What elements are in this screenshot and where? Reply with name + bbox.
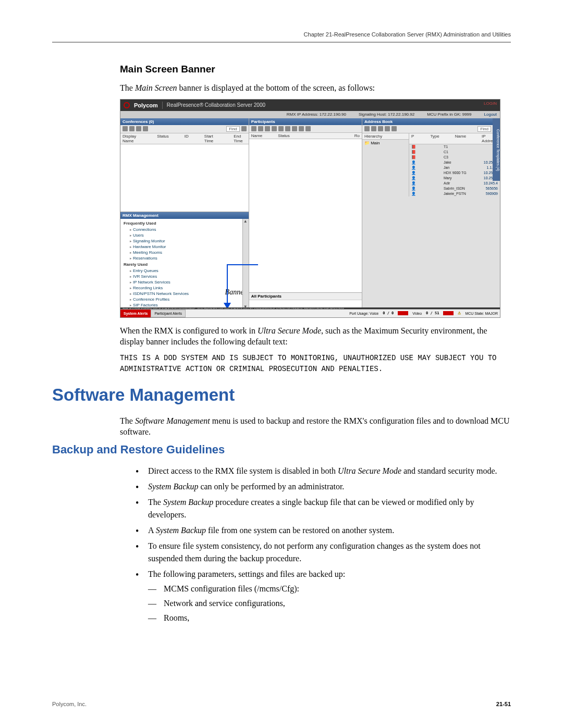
conferences-toolbar: Find (120, 125, 249, 133)
addressbook-row[interactable]: 👤Jake10.253.2 (409, 160, 500, 165)
col[interactable]: Name (455, 134, 466, 143)
toolbar-icon[interactable] (278, 126, 284, 131)
section-main-screen-banner: Main Screen Banner (120, 64, 511, 75)
toolbar-icon[interactable] (285, 126, 290, 131)
mcu-prefix-label: MCU Prefix in GK: 9999 (427, 112, 471, 117)
mgmt-item[interactable]: Reservations (120, 255, 249, 261)
port-voice-value: 0 / 0 (383, 311, 394, 315)
heading-software-management: Software Management (52, 385, 511, 405)
mgmt-item[interactable]: Signaling Monitor (120, 238, 249, 244)
guidelines-list: Direct access to the RMX file system is … (136, 465, 511, 624)
conf-columns: Display Name Status ID Start Time End Ti… (120, 133, 249, 144)
mgmt-item[interactable]: Users (120, 232, 249, 238)
divider (162, 102, 163, 109)
toolbar-icon[interactable] (299, 126, 304, 131)
addressbook-row[interactable]: 👤Mary10.253.2 (409, 176, 500, 181)
banner-arrow-annotation (209, 264, 246, 311)
search-icon[interactable] (241, 126, 247, 131)
col[interactable]: Status (157, 134, 169, 143)
hierarchy-columns: Hierarchy (362, 133, 409, 140)
logout-link[interactable]: Logout (484, 112, 497, 117)
toolbar-icon[interactable] (364, 126, 370, 131)
text-italic: Main Screen (135, 83, 177, 92)
text-italic: Software Management (135, 416, 210, 425)
text-italic: Ultra Secure Mode (258, 326, 321, 335)
find-input[interactable]: Find (478, 126, 491, 132)
addressbook-row[interactable]: 👤Jan1.1.1.1 (409, 165, 500, 170)
toolbar-icon[interactable] (258, 126, 263, 131)
toolbar-icon[interactable] (371, 126, 376, 131)
col[interactable]: Display Name (123, 134, 141, 143)
col[interactable]: End Time (234, 134, 247, 143)
list-item: To ensure file system consistency, do no… (136, 540, 511, 565)
system-alerts-tab[interactable]: System Alerts (120, 310, 151, 317)
toolbar-icon[interactable] (143, 126, 148, 131)
toolbar-icon[interactable] (305, 126, 311, 131)
mgmt-item[interactable]: Connections (120, 227, 249, 232)
participants-pane-header: Participants (249, 118, 362, 125)
text: The (120, 416, 135, 425)
label: Rarely Used (124, 262, 148, 267)
hierarchy-root[interactable]: 📁 Main (362, 140, 409, 146)
col[interactable]: Ro (354, 133, 360, 138)
list-item: Network and service configurations, (148, 597, 511, 610)
paragraph: The Software Management menu is used to … (120, 415, 511, 438)
monospace-default-text: THIS IS A DOD SYSTEM AND IS SUBJECT TO M… (120, 353, 511, 375)
list-item: The System Backup procedure creates a si… (136, 496, 511, 521)
col[interactable]: P (411, 134, 414, 143)
chapter-header: Chapter 21-RealPresence Collaboration Se… (52, 31, 511, 43)
col[interactable]: Type (430, 134, 439, 143)
label: Frequently Used (124, 221, 156, 226)
mgmt-item[interactable]: Hardware Monitor (120, 244, 249, 250)
toolbar-icon[interactable] (265, 126, 270, 131)
col[interactable]: Start Time (204, 134, 218, 143)
col[interactable]: Name (251, 133, 262, 138)
col[interactable]: Status (278, 133, 290, 138)
port-video-value: 0 / 51 (426, 311, 439, 315)
addressbook-row[interactable]: 📕C1 (409, 150, 500, 155)
toolbar-icon[interactable] (385, 126, 390, 131)
paragraph: When the RMX is configured to work in Ul… (120, 325, 511, 348)
toolbar-icon[interactable] (378, 126, 383, 131)
toolbar-icon[interactable] (391, 126, 397, 131)
app-screenshot: Polycom RealPresence® Collaboration Serv… (120, 99, 500, 318)
intro-paragraph: The Main Screen banner is displayed at t… (120, 82, 511, 94)
participant-alerts-tab[interactable]: Participant Alerts (151, 310, 186, 317)
delete-icon[interactable] (129, 126, 134, 131)
port-usage-label: Port Usage: Voice (349, 312, 378, 315)
toolbar-icon[interactable] (272, 126, 277, 131)
addressbook-row[interactable]: 👤Sabrin_ISDN565656 (409, 186, 500, 191)
video-meter-icon (443, 311, 454, 315)
conference-templates-tab[interactable]: Conference Templates (4) (493, 118, 500, 181)
text: When the RMX is configured to work in (120, 326, 258, 335)
addressbook-row[interactable]: 👤Adir10.245.4 (409, 181, 500, 186)
text: banner is displayed at the bottom of the… (177, 83, 375, 92)
list-item: A System Backup file from one system can… (136, 524, 511, 537)
footer-company: Polycom, Inc. (52, 701, 87, 707)
sub-list: MCMS configuration files (/mcms/Cfg):Net… (148, 583, 511, 624)
addressbook-row[interactable]: 👤HDX 9000 TG10.253.1 (409, 170, 500, 176)
freq-used-group[interactable]: Frequently Used 5 (120, 220, 249, 227)
addressbook-row[interactable]: 📕T1 (409, 144, 500, 150)
new-icon[interactable] (123, 126, 128, 131)
addressbook-row[interactable]: 👤Jakeie_PSTN590909 (409, 191, 500, 196)
col[interactable]: Hierarchy (364, 134, 382, 139)
addressbook-body: 📕T1📕C1📕C3👤Jake10.253.2👤Jan1.1.1.1👤HDX 90… (409, 144, 500, 196)
all-participants-header[interactable]: All Participants (249, 292, 362, 300)
product-label: RealPresence® Collaboration Server 2000 (167, 102, 265, 108)
title-bar: Polycom RealPresence® Collaboration Serv… (120, 100, 500, 111)
footer-page-number: 21-51 (496, 701, 511, 707)
login-link[interactable]: LOGIN (484, 101, 497, 106)
addressbook-row[interactable]: 📕C3 (409, 155, 500, 160)
toolbar-icon[interactable] (292, 126, 297, 131)
list-item: Direct access to the RMX file system is … (136, 465, 511, 477)
find-input[interactable]: Find (226, 126, 240, 132)
page-footer: Polycom, Inc. 21-51 (52, 701, 511, 707)
toolbar-icon[interactable] (251, 126, 256, 131)
refresh-icon[interactable] (136, 126, 141, 131)
mcu-state-label: MCU State: MAJOR (465, 312, 498, 315)
list-item: System Backup can only be performed by a… (136, 480, 511, 493)
mgmt-item[interactable]: Meeting Rooms (120, 250, 249, 255)
participants-columns: Name Status Ro (249, 133, 362, 139)
col[interactable]: ID (185, 134, 189, 143)
